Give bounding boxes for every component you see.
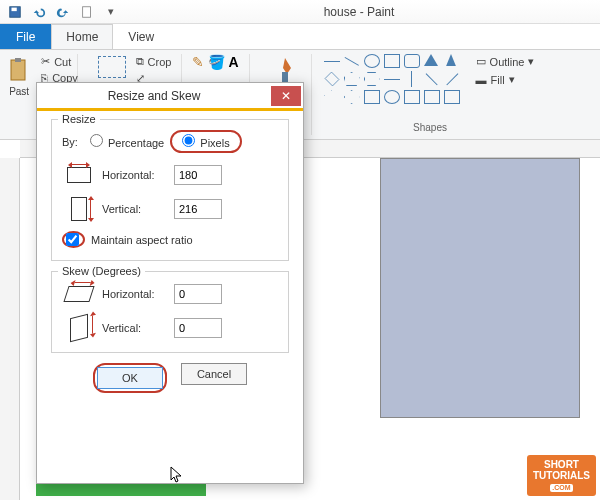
ok-button[interactable]: OK — [97, 367, 163, 389]
ok-highlight: OK — [93, 363, 167, 393]
resize-horizontal-input[interactable] — [174, 165, 222, 185]
dialog-titlebar[interactable]: Resize and Skew ✕ — [37, 83, 303, 109]
skew-horizontal-input[interactable] — [174, 284, 222, 304]
save-icon[interactable] — [4, 2, 26, 22]
fillshape-icon: ▬ — [476, 74, 487, 86]
ruler-vertical — [0, 158, 20, 500]
vertical-icon — [62, 197, 96, 221]
skew-v-icon — [62, 316, 96, 340]
canvas-image[interactable] — [380, 158, 580, 418]
pixels-highlight: Pixels — [170, 130, 241, 153]
outline-icon: ▭ — [476, 55, 486, 68]
paste-label: Past — [9, 86, 29, 97]
shapes-gallery[interactable] — [324, 54, 462, 106]
pencil-icon[interactable]: ✎ — [192, 54, 204, 70]
outline-dropdown[interactable]: ▭Outline ▾ — [474, 54, 537, 69]
percentage-radio[interactable]: Percentage — [90, 134, 164, 149]
resize-vertical-input[interactable] — [174, 199, 222, 219]
select-button[interactable] — [94, 54, 130, 80]
decorative-strip — [36, 484, 206, 496]
shapes-group-label: Shapes — [320, 122, 540, 133]
cancel-button[interactable]: Cancel — [181, 363, 247, 385]
skew-legend: Skew (Degrees) — [58, 265, 145, 277]
paste-button[interactable]: Past — [3, 54, 35, 99]
fill-dropdown[interactable]: ▬Fill ▾ — [474, 72, 537, 87]
dialog-title: Resize and Skew — [37, 89, 271, 103]
maintain-aspect-checkbox[interactable] — [66, 233, 79, 246]
shapes-group: ▭Outline ▾ ▬Fill ▾ Shapes — [320, 54, 540, 135]
ribbon-tabs: File Home View — [0, 24, 600, 50]
watermark: SHORT TUTORIALS .COM — [527, 455, 596, 496]
svg-rect-3 — [11, 60, 25, 80]
skew-vertical-input[interactable] — [174, 318, 222, 338]
resize-h-label: Horizontal: — [102, 169, 168, 181]
maintain-highlight — [62, 231, 85, 248]
cursor-icon — [170, 466, 184, 484]
resize-legend: Resize — [58, 113, 100, 125]
pixels-radio[interactable]: Pixels — [182, 134, 229, 149]
resize-fieldset: Resize By: Percentage Pixels Horizontal:… — [51, 119, 289, 261]
new-file-icon[interactable] — [76, 2, 98, 22]
window-title: house - Paint — [122, 5, 596, 19]
close-icon[interactable]: ✕ — [271, 86, 301, 106]
skew-h-icon — [62, 282, 96, 306]
resize-skew-dialog: Resize and Skew ✕ Resize By: Percentage … — [36, 82, 304, 484]
by-label: By: — [62, 136, 78, 148]
maintain-label: Maintain aspect ratio — [91, 234, 193, 246]
cut-button[interactable]: ✂Cut — [39, 54, 80, 69]
fill-icon[interactable]: 🪣 — [208, 54, 225, 70]
qat-dropdown-icon[interactable]: ▾ — [100, 2, 122, 22]
resize-v-label: Vertical: — [102, 203, 168, 215]
crop-icon: ⧉ — [136, 55, 144, 68]
home-tab[interactable]: Home — [51, 24, 113, 49]
svg-rect-1 — [12, 7, 17, 11]
title-bar: ▾ house - Paint — [0, 0, 600, 24]
scissors-icon: ✂ — [41, 55, 50, 68]
svg-rect-4 — [15, 58, 21, 62]
svg-rect-5 — [282, 72, 288, 82]
redo-icon[interactable] — [52, 2, 74, 22]
quick-access-toolbar: ▾ — [4, 2, 122, 22]
svg-rect-2 — [83, 6, 91, 17]
skew-fieldset: Skew (Degrees) Horizontal: Vertical: — [51, 271, 289, 353]
view-tab[interactable]: View — [113, 24, 169, 49]
crop-button[interactable]: ⧉Crop — [134, 54, 174, 69]
undo-icon[interactable] — [28, 2, 50, 22]
skew-h-label: Horizontal: — [102, 288, 168, 300]
horizontal-icon — [62, 163, 96, 187]
text-icon[interactable]: A — [229, 54, 239, 70]
skew-v-label: Vertical: — [102, 322, 168, 334]
file-tab[interactable]: File — [0, 24, 51, 49]
